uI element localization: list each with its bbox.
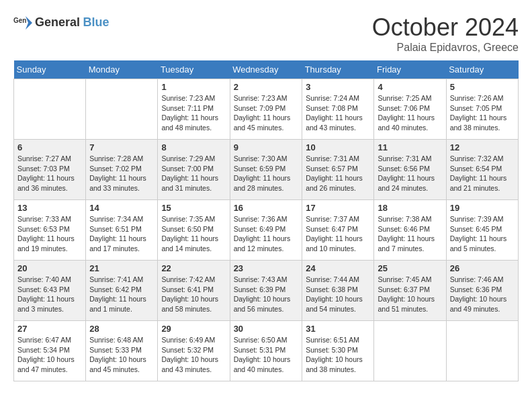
calendar-cell: 28Sunrise: 6:48 AM Sunset: 5:33 PM Dayli…: [86, 321, 158, 381]
day-number: 26: [450, 263, 515, 273]
calendar-cell: 17Sunrise: 7:37 AM Sunset: 6:47 PM Dayli…: [302, 200, 374, 261]
calendar-cell: 12Sunrise: 7:32 AM Sunset: 6:54 PM Dayli…: [446, 140, 518, 200]
month-title: October 2024: [372, 13, 519, 42]
weekday-header-thursday: Thursday: [302, 60, 374, 79]
day-number: 24: [306, 263, 370, 273]
day-number: 28: [89, 324, 154, 334]
day-info: Sunrise: 7:36 AM Sunset: 6:49 PM Dayligh…: [234, 214, 299, 254]
weekday-header-wednesday: Wednesday: [230, 60, 302, 79]
calendar-cell: 18Sunrise: 7:38 AM Sunset: 6:46 PM Dayli…: [374, 200, 446, 261]
location-title: Palaia Epidavros, Greece: [372, 42, 519, 54]
calendar-cell: [446, 321, 518, 381]
calendar-cell: 26Sunrise: 7:46 AM Sunset: 6:36 PM Dayli…: [446, 261, 518, 321]
logo-icon: Gen: [13, 13, 32, 32]
calendar-cell: 1Sunrise: 7:23 AM Sunset: 7:11 PM Daylig…: [158, 79, 230, 140]
calendar-cell: 16Sunrise: 7:36 AM Sunset: 6:49 PM Dayli…: [230, 200, 302, 261]
calendar-cell: 3Sunrise: 7:24 AM Sunset: 7:08 PM Daylig…: [302, 79, 374, 140]
calendar-cell: 27Sunrise: 6:47 AM Sunset: 5:34 PM Dayli…: [14, 321, 86, 381]
day-info: Sunrise: 7:23 AM Sunset: 7:09 PM Dayligh…: [234, 93, 299, 133]
weekday-header-friday: Friday: [374, 60, 446, 79]
calendar: SundayMondayTuesdayWednesdayThursdayFrid…: [13, 60, 519, 381]
calendar-cell: 8Sunrise: 7:29 AM Sunset: 7:00 PM Daylig…: [158, 140, 230, 200]
calendar-cell: [14, 79, 86, 140]
weekday-header-saturday: Saturday: [446, 60, 518, 79]
day-number: 22: [161, 263, 226, 273]
day-info: Sunrise: 7:43 AM Sunset: 6:39 PM Dayligh…: [234, 275, 299, 314]
calendar-cell: 4Sunrise: 7:25 AM Sunset: 7:06 PM Daylig…: [374, 79, 446, 140]
calendar-cell: [374, 321, 446, 381]
calendar-cell: 5Sunrise: 7:26 AM Sunset: 7:05 PM Daylig…: [446, 79, 518, 140]
calendar-cell: 20Sunrise: 7:40 AM Sunset: 6:43 PM Dayli…: [14, 261, 86, 321]
calendar-cell: 14Sunrise: 7:34 AM Sunset: 6:51 PM Dayli…: [86, 200, 158, 261]
day-info: Sunrise: 6:50 AM Sunset: 5:31 PM Dayligh…: [234, 335, 299, 375]
day-info: Sunrise: 7:46 AM Sunset: 6:36 PM Dayligh…: [450, 275, 515, 314]
day-number: 21: [89, 263, 154, 273]
day-info: Sunrise: 7:30 AM Sunset: 6:59 PM Dayligh…: [234, 154, 299, 193]
day-info: Sunrise: 7:31 AM Sunset: 6:56 PM Dayligh…: [378, 154, 442, 193]
calendar-cell: 30Sunrise: 6:50 AM Sunset: 5:31 PM Dayli…: [230, 321, 302, 381]
day-info: Sunrise: 7:31 AM Sunset: 6:57 PM Dayligh…: [306, 154, 370, 193]
day-number: 15: [161, 203, 226, 213]
day-number: 20: [17, 263, 82, 273]
day-info: Sunrise: 6:49 AM Sunset: 5:32 PM Dayligh…: [161, 335, 226, 375]
calendar-cell: 19Sunrise: 7:39 AM Sunset: 6:45 PM Dayli…: [446, 200, 518, 261]
day-info: Sunrise: 7:29 AM Sunset: 7:00 PM Dayligh…: [161, 154, 226, 193]
calendar-cell: 31Sunrise: 6:51 AM Sunset: 5:30 PM Dayli…: [302, 321, 374, 381]
day-info: Sunrise: 7:44 AM Sunset: 6:38 PM Dayligh…: [306, 275, 370, 314]
day-info: Sunrise: 7:23 AM Sunset: 7:11 PM Dayligh…: [161, 93, 226, 133]
day-number: 5: [450, 82, 515, 92]
day-info: Sunrise: 7:34 AM Sunset: 6:51 PM Dayligh…: [89, 214, 154, 254]
day-number: 3: [306, 82, 370, 92]
day-info: Sunrise: 7:42 AM Sunset: 6:41 PM Dayligh…: [161, 275, 226, 314]
day-number: 16: [234, 203, 299, 213]
calendar-cell: 11Sunrise: 7:31 AM Sunset: 6:56 PM Dayli…: [374, 140, 446, 200]
weekday-header-sunday: Sunday: [14, 60, 86, 79]
day-number: 19: [450, 203, 515, 213]
day-number: 31: [306, 324, 370, 334]
calendar-cell: 25Sunrise: 7:45 AM Sunset: 6:37 PM Dayli…: [374, 261, 446, 321]
week-row-2: 6Sunrise: 7:27 AM Sunset: 7:03 PM Daylig…: [14, 140, 519, 200]
week-row-4: 20Sunrise: 7:40 AM Sunset: 6:43 PM Dayli…: [14, 261, 519, 321]
calendar-cell: 29Sunrise: 6:49 AM Sunset: 5:32 PM Dayli…: [158, 321, 230, 381]
day-number: 23: [234, 263, 299, 273]
day-info: Sunrise: 6:48 AM Sunset: 5:33 PM Dayligh…: [89, 335, 154, 375]
calendar-cell: 24Sunrise: 7:44 AM Sunset: 6:38 PM Dayli…: [302, 261, 374, 321]
svg-text:Gen: Gen: [13, 17, 26, 24]
calendar-cell: 22Sunrise: 7:42 AM Sunset: 6:41 PM Dayli…: [158, 261, 230, 321]
day-number: 29: [161, 324, 226, 334]
day-number: 9: [234, 142, 299, 152]
week-row-3: 13Sunrise: 7:33 AM Sunset: 6:53 PM Dayli…: [14, 200, 519, 261]
title-area: October 2024 Palaia Epidavros, Greece: [372, 13, 519, 54]
calendar-cell: 10Sunrise: 7:31 AM Sunset: 6:57 PM Dayli…: [302, 140, 374, 200]
day-info: Sunrise: 6:51 AM Sunset: 5:30 PM Dayligh…: [306, 335, 370, 375]
day-number: 6: [17, 142, 82, 152]
day-number: 27: [17, 324, 82, 334]
day-number: 8: [161, 142, 226, 152]
logo: Gen General Blue: [13, 13, 109, 32]
calendar-cell: 21Sunrise: 7:41 AM Sunset: 6:42 PM Dayli…: [86, 261, 158, 321]
day-number: 2: [234, 82, 299, 92]
day-info: Sunrise: 7:40 AM Sunset: 6:43 PM Dayligh…: [17, 275, 82, 314]
day-number: 14: [89, 203, 154, 213]
calendar-cell: 6Sunrise: 7:27 AM Sunset: 7:03 PM Daylig…: [14, 140, 86, 200]
header: Gen General Blue October 2024 Palaia Epi…: [13, 13, 519, 54]
calendar-cell: 2Sunrise: 7:23 AM Sunset: 7:09 PM Daylig…: [230, 79, 302, 140]
day-number: 25: [378, 263, 442, 273]
week-row-5: 27Sunrise: 6:47 AM Sunset: 5:34 PM Dayli…: [14, 321, 519, 381]
logo-general: General: [35, 15, 80, 29]
day-number: 30: [234, 324, 299, 334]
day-number: 1: [161, 82, 226, 92]
day-info: Sunrise: 7:45 AM Sunset: 6:37 PM Dayligh…: [378, 275, 442, 314]
day-info: Sunrise: 7:25 AM Sunset: 7:06 PM Dayligh…: [378, 93, 442, 133]
day-number: 12: [450, 142, 515, 152]
day-info: Sunrise: 7:33 AM Sunset: 6:53 PM Dayligh…: [17, 214, 82, 254]
day-info: Sunrise: 7:32 AM Sunset: 6:54 PM Dayligh…: [450, 154, 515, 193]
calendar-cell: 13Sunrise: 7:33 AM Sunset: 6:53 PM Dayli…: [14, 200, 86, 261]
day-info: Sunrise: 7:24 AM Sunset: 7:08 PM Dayligh…: [306, 93, 370, 133]
weekday-header-monday: Monday: [86, 60, 158, 79]
day-number: 10: [306, 142, 370, 152]
day-number: 4: [378, 82, 442, 92]
day-info: Sunrise: 7:28 AM Sunset: 7:02 PM Dayligh…: [89, 154, 154, 193]
weekday-header-row: SundayMondayTuesdayWednesdayThursdayFrid…: [14, 60, 519, 79]
day-number: 7: [89, 142, 154, 152]
